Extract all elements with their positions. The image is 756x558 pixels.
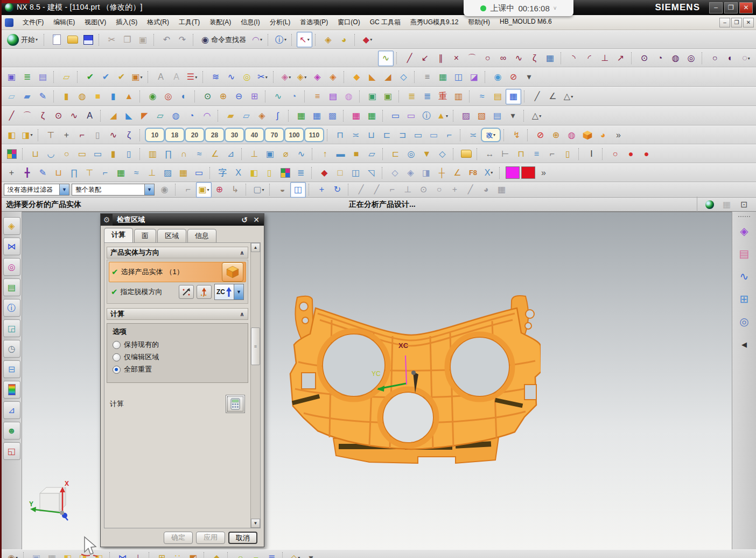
pillar-blue-button[interactable]: ▯: [121, 146, 137, 162]
radio-edit-region-only[interactable]: 仅编辑区域: [113, 352, 242, 362]
draft-direction-row[interactable]: ✔ 指定脱模方向: [109, 282, 246, 302]
orange-face-button[interactable]: ◕: [595, 127, 611, 143]
frame-yellow-button[interactable]: ▭: [74, 146, 90, 162]
menu-item-3[interactable]: 插入(S): [111, 16, 142, 29]
screw-button[interactable]: ⌀: [278, 146, 293, 162]
titlebar[interactable]: NX 8.5 - 建模 - [1104.prt （修改的）] SIEMENS –…: [2, 0, 756, 15]
ellipse-arc-button[interactable]: ◐: [723, 51, 738, 66]
light-diamond2-button[interactable]: ◈: [403, 165, 418, 180]
zi-text-button[interactable]: 字: [215, 165, 230, 180]
assembly-cubes-button[interactable]: ▣: [29, 550, 44, 558]
group-calculate[interactable]: 计算 ∧: [107, 308, 248, 320]
vector-dialog-button[interactable]: [179, 285, 194, 299]
rib-button[interactable]: ≡: [310, 89, 325, 104]
plate-top-button[interactable]: ⊓: [332, 127, 348, 143]
dropdown-arrow-icon[interactable]: ▾: [16, 555, 18, 558]
toolbar-handle[interactable]: [738, 216, 750, 217]
radio-reset-all[interactable]: 全部重置: [113, 365, 242, 374]
save-button[interactable]: [80, 32, 96, 47]
tree-info-button[interactable]: ≣: [264, 550, 279, 558]
grid-face-button[interactable]: ▦: [542, 51, 558, 66]
orange-cube-button[interactable]: [579, 127, 595, 143]
x-dim-button[interactable]: X: [230, 165, 246, 180]
text-i-button[interactable]: I: [584, 146, 599, 162]
note-button[interactable]: ▱: [59, 69, 74, 85]
snap-circle-button[interactable]: ○: [431, 182, 447, 198]
corner-tri-button[interactable]: ◹: [363, 165, 379, 180]
four-point-surface-button[interactable]: ◢: [106, 108, 121, 124]
frame-blue2-button[interactable]: ▭: [90, 146, 106, 162]
dia-30-button[interactable]: 30: [225, 128, 244, 142]
x-list-button[interactable]: X▾: [481, 165, 496, 180]
csys-angle-button[interactable]: ∠: [450, 165, 465, 180]
frame-open-button[interactable]: □: [332, 165, 348, 180]
thread-button[interactable]: ≡: [419, 69, 435, 85]
curve-arc-button[interactable]: ⌒: [19, 108, 35, 124]
snap-plus-button[interactable]: +: [447, 182, 463, 198]
conic-button[interactable]: ◌▾: [738, 51, 754, 66]
radio-keep-existing[interactable]: 保持现有的: [113, 340, 242, 350]
dia-70-button[interactable]: 70: [264, 128, 284, 142]
move-component-side-button[interactable]: ◈: [734, 221, 754, 241]
swatch-grid-green-button[interactable]: ▦: [364, 108, 380, 124]
point-dialog-button[interactable]: [197, 285, 212, 299]
spring-button[interactable]: ∿: [223, 69, 239, 85]
sprue-button[interactable]: ▼: [419, 146, 435, 162]
cross-line-button[interactable]: ×: [449, 51, 464, 66]
selection-scope-combo[interactable]: 整个装配 ▼: [72, 184, 155, 196]
parallel-line-button[interactable]: ∥: [433, 51, 449, 66]
table-yellow-button[interactable]: ▦: [176, 165, 191, 180]
tower-button[interactable]: ▥: [145, 146, 160, 162]
exploded-view-button[interactable]: ◆: [209, 550, 225, 558]
tab-face[interactable]: 面: [134, 229, 156, 242]
gate-top-button[interactable]: ⊓: [513, 146, 529, 162]
menu-item-8[interactable]: 分析(L): [265, 16, 296, 29]
axis-dropdown-icon[interactable]: ▼: [234, 284, 243, 299]
dropdown-arrow-icon[interactable]: ▾: [307, 37, 310, 42]
offset-surface-button[interactable]: ▰: [223, 108, 239, 124]
menu-item-10[interactable]: 窗口(O): [333, 16, 365, 29]
dropdown-arrow-icon[interactable]: ▾: [491, 170, 493, 175]
block-button[interactable]: ■: [90, 89, 106, 104]
row-f-overflow-button[interactable]: »: [611, 127, 626, 143]
scroll-up-icon[interactable]: ▲: [251, 243, 260, 252]
crosshair-button[interactable]: ⊕: [212, 182, 227, 198]
angle-mold-button[interactable]: ∠: [207, 146, 223, 162]
angle-tool-button[interactable]: ∠: [545, 89, 561, 104]
dialog-scrollbar[interactable]: ▲ ≡ ▼: [250, 243, 260, 528]
grid-dense-button[interactable]: ▩: [325, 108, 340, 124]
layer-settings-button[interactable]: ≣: [19, 69, 35, 85]
profile-button[interactable]: ∿: [378, 51, 394, 66]
menu-item-4[interactable]: 格式(R): [142, 16, 174, 29]
subtract-button[interactable]: ◎: [160, 89, 176, 104]
render-diamond-button[interactable]: ◆▾: [360, 32, 375, 47]
bottom-more-button[interactable]: ▾: [303, 550, 319, 558]
grab-button[interactable]: ↳: [227, 182, 243, 198]
scroll-thumb[interactable]: ≡: [251, 327, 260, 365]
axis-cross-button[interactable]: ┼: [434, 165, 450, 180]
face-split-button[interactable]: ◫: [348, 165, 363, 180]
spline-purple-button[interactable]: ζ: [121, 127, 137, 143]
snap-ball-button[interactable]: ◉: [157, 182, 172, 198]
collapse-arrow-icon[interactable]: ∧: [240, 249, 244, 256]
pan-button[interactable]: +: [314, 182, 330, 198]
quick-extend-button[interactable]: ↗: [613, 51, 628, 66]
menu-item-2[interactable]: 视图(V): [80, 16, 111, 29]
unite-button[interactable]: ◉: [145, 89, 160, 104]
dropdown-arrow-icon[interactable]: ▾: [141, 75, 143, 80]
plate-wide-button[interactable]: ▬: [333, 146, 348, 162]
mirror-feature-button[interactable]: ◫: [451, 69, 466, 85]
curve-conic-button[interactable]: ζ: [35, 108, 51, 124]
restore-view-button[interactable]: ⊡: [736, 197, 752, 212]
layer-visible-button[interactable]: ▤: [35, 69, 51, 85]
start-button[interactable]: 开始▾: [4, 32, 41, 47]
row-h-overflow-button[interactable]: »: [536, 165, 551, 180]
menu-item-14[interactable]: HB_MOULD M6.6: [495, 16, 557, 29]
dot-red2-button[interactable]: ●: [639, 146, 654, 162]
new-file-button[interactable]: [49, 32, 65, 47]
tube-button[interactable]: ◔: [286, 89, 302, 104]
constraint-navigator-tab[interactable]: ⋈: [3, 238, 20, 255]
block-solid-button[interactable]: ■: [348, 146, 364, 162]
chevron-down-icon[interactable]: ˅: [554, 5, 557, 11]
intersect-button[interactable]: ◐: [176, 89, 192, 104]
